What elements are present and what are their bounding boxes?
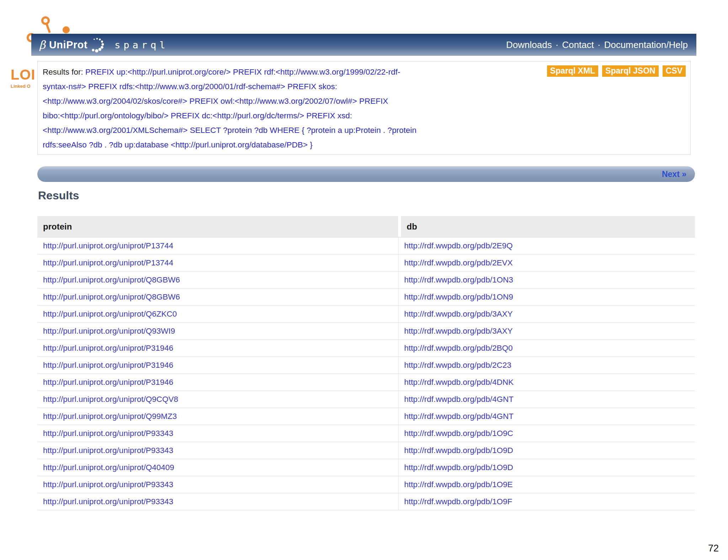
db-link[interactable]: http://rdf.wwpdb.org/pdb/4GNT bbox=[398, 408, 695, 425]
results-heading: Results bbox=[38, 189, 79, 202]
query-line: syntax-ns#> PREFIX rdfs:<http://www.w3.o… bbox=[43, 79, 547, 94]
app-title: sparql bbox=[114, 39, 168, 50]
protein-link[interactable]: http://purl.uniprot.org/uniprot/P31946 bbox=[37, 357, 398, 373]
table-row: http://purl.uniprot.org/uniprot/Q99MZ3ht… bbox=[37, 408, 695, 425]
export-button-sparql-xml[interactable]: Sparql XML bbox=[547, 65, 599, 77]
nav-link-downloads[interactable]: Downloads bbox=[506, 39, 552, 50]
export-buttons: Sparql XMLSparql JSONCSV bbox=[547, 65, 686, 77]
query-line: <http://www.w3.org/2001/XMLSchema#> SELE… bbox=[43, 123, 547, 138]
header-bar: β UniProt sparql Downloads·Contact·Docum… bbox=[31, 34, 696, 56]
results-for-label: Results for: bbox=[43, 68, 85, 76]
pagination-bar: Next » bbox=[37, 166, 695, 182]
protein-link[interactable]: http://purl.uniprot.org/uniprot/P13744 bbox=[37, 237, 398, 254]
query-line: rdfs:seeAlso ?db . ?db up:database <http… bbox=[43, 138, 547, 152]
protein-link[interactable]: http://purl.uniprot.org/uniprot/P93343 bbox=[37, 425, 398, 442]
query-line: bibo:<http://purl.org/ontology/bibo/> PR… bbox=[43, 108, 547, 123]
table-row: http://purl.uniprot.org/uniprot/P93343ht… bbox=[37, 476, 695, 493]
uniprot-logo[interactable]: β UniProt bbox=[39, 36, 105, 54]
export-button-sparql-json[interactable]: Sparql JSON bbox=[602, 65, 659, 77]
lod-logo: LOI Linked O bbox=[11, 67, 36, 89]
table-row: http://purl.uniprot.org/uniprot/P13744ht… bbox=[37, 237, 695, 254]
protein-link[interactable]: http://purl.uniprot.org/uniprot/P31946 bbox=[37, 340, 398, 356]
protein-link[interactable]: http://purl.uniprot.org/uniprot/P93343 bbox=[37, 476, 398, 493]
results-table: protein db http://purl.uniprot.org/unipr… bbox=[37, 216, 695, 510]
protein-link[interactable]: http://purl.uniprot.org/uniprot/Q93WI9 bbox=[37, 323, 398, 339]
db-link[interactable]: http://rdf.wwpdb.org/pdb/1ON3 bbox=[398, 271, 695, 288]
protein-link[interactable]: http://purl.uniprot.org/uniprot/P93343 bbox=[37, 442, 398, 459]
db-link[interactable]: http://rdf.wwpdb.org/pdb/4DNK bbox=[398, 374, 695, 391]
query-line: Results for: PREFIX up:<http://purl.unip… bbox=[43, 65, 547, 79]
lod-logo-subtext: Linked O bbox=[11, 84, 36, 89]
protein-link[interactable]: http://purl.uniprot.org/uniprot/Q8GBW6 bbox=[37, 271, 398, 288]
table-row: http://purl.uniprot.org/uniprot/Q93WI9ht… bbox=[37, 323, 695, 340]
query-fragment: <http://www.w3.org/2004/02/skos/core#> P… bbox=[43, 97, 388, 106]
table-row: http://purl.uniprot.org/uniprot/P31946ht… bbox=[37, 357, 695, 374]
table-row: http://purl.uniprot.org/uniprot/Q9CQV8ht… bbox=[37, 391, 695, 408]
lod-logo-text: LOI bbox=[11, 67, 36, 83]
protein-link[interactable]: http://purl.uniprot.org/uniprot/Q40409 bbox=[37, 459, 398, 476]
protein-link[interactable]: http://purl.uniprot.org/uniprot/P31946 bbox=[37, 374, 398, 391]
nav-separator: · bbox=[555, 39, 558, 50]
column-header-protein: protein bbox=[37, 216, 398, 237]
slide-page-number: 72 bbox=[708, 543, 719, 554]
nav-link-documentation-help[interactable]: Documentation/Help bbox=[604, 39, 688, 50]
query-fragment: syntax-ns#> PREFIX rdfs:<http://www.w3.o… bbox=[43, 82, 337, 91]
db-link[interactable]: http://rdf.wwpdb.org/pdb/1O9F bbox=[398, 493, 695, 510]
query-fragment: bibo:<http://purl.org/ontology/bibo/> PR… bbox=[43, 111, 352, 120]
next-page-link[interactable]: Next » bbox=[662, 169, 686, 179]
nav-link-contact[interactable]: Contact bbox=[562, 39, 594, 50]
table-row: http://purl.uniprot.org/uniprot/P31946ht… bbox=[37, 374, 695, 391]
protein-link[interactable]: http://purl.uniprot.org/uniprot/P93343 bbox=[37, 493, 398, 510]
db-link[interactable]: http://rdf.wwpdb.org/pdb/3AXY bbox=[398, 306, 695, 322]
table-row: http://purl.uniprot.org/uniprot/P13744ht… bbox=[37, 254, 695, 271]
db-link[interactable]: http://rdf.wwpdb.org/pdb/1ON9 bbox=[398, 289, 695, 305]
brand-name: UniProt bbox=[49, 39, 87, 51]
db-link[interactable]: http://rdf.wwpdb.org/pdb/4GNT bbox=[398, 391, 695, 408]
db-link[interactable]: http://rdf.wwpdb.org/pdb/2BQ0 bbox=[398, 340, 695, 356]
table-row: http://purl.uniprot.org/uniprot/Q8GBW6ht… bbox=[37, 289, 695, 306]
column-header-db: db bbox=[398, 216, 695, 237]
protein-link[interactable]: http://purl.uniprot.org/uniprot/P13744 bbox=[37, 254, 398, 271]
db-link[interactable]: http://rdf.wwpdb.org/pdb/2E9Q bbox=[398, 237, 695, 254]
table-row: http://purl.uniprot.org/uniprot/P93343ht… bbox=[37, 425, 695, 442]
uniprot-spinner-icon bbox=[89, 36, 105, 54]
query-fragment: PREFIX up:<http://purl.uniprot.org/core/… bbox=[85, 68, 400, 76]
db-link[interactable]: http://rdf.wwpdb.org/pdb/1O9D bbox=[398, 459, 695, 476]
header-nav: Downloads·Contact·Documentation/Help bbox=[506, 39, 688, 50]
db-link[interactable]: http://rdf.wwpdb.org/pdb/3AXY bbox=[398, 323, 695, 339]
table-row: http://purl.uniprot.org/uniprot/P93343ht… bbox=[37, 493, 695, 510]
table-row: http://purl.uniprot.org/uniprot/Q8GBW6ht… bbox=[37, 271, 695, 289]
table-row: http://purl.uniprot.org/uniprot/P31946ht… bbox=[37, 340, 695, 357]
protein-link[interactable]: http://purl.uniprot.org/uniprot/Q8GBW6 bbox=[37, 289, 398, 305]
table-row: http://purl.uniprot.org/uniprot/Q6ZKC0ht… bbox=[37, 306, 695, 323]
table-row: http://purl.uniprot.org/uniprot/P93343ht… bbox=[37, 442, 695, 459]
results-table-body: http://purl.uniprot.org/uniprot/P13744ht… bbox=[37, 237, 695, 510]
query-text: Results for: PREFIX up:<http://purl.unip… bbox=[43, 65, 547, 152]
beta-symbol: β bbox=[39, 38, 46, 51]
protein-link[interactable]: http://purl.uniprot.org/uniprot/Q9CQV8 bbox=[37, 391, 398, 408]
export-button-csv[interactable]: CSV bbox=[663, 65, 686, 77]
results-table-header: protein db bbox=[37, 216, 695, 237]
nav-separator: · bbox=[598, 39, 601, 50]
table-row: http://purl.uniprot.org/uniprot/Q40409ht… bbox=[37, 459, 695, 476]
query-fragment: rdfs:seeAlso ?db . ?db up:database <http… bbox=[43, 140, 312, 149]
db-link[interactable]: http://rdf.wwpdb.org/pdb/1O9D bbox=[398, 442, 695, 459]
protein-link[interactable]: http://purl.uniprot.org/uniprot/Q6ZKC0 bbox=[37, 306, 398, 322]
db-link[interactable]: http://rdf.wwpdb.org/pdb/1O9C bbox=[398, 425, 695, 442]
query-fragment: <http://www.w3.org/2001/XMLSchema#> SELE… bbox=[43, 126, 416, 135]
db-link[interactable]: http://rdf.wwpdb.org/pdb/2C23 bbox=[398, 357, 695, 373]
query-line: <http://www.w3.org/2004/02/skos/core#> P… bbox=[43, 94, 547, 108]
protein-link[interactable]: http://purl.uniprot.org/uniprot/Q99MZ3 bbox=[37, 408, 398, 425]
query-panel: Results for: PREFIX up:<http://purl.unip… bbox=[37, 61, 691, 155]
db-link[interactable]: http://rdf.wwpdb.org/pdb/1O9E bbox=[398, 476, 695, 493]
db-link[interactable]: http://rdf.wwpdb.org/pdb/2EVX bbox=[398, 254, 695, 271]
